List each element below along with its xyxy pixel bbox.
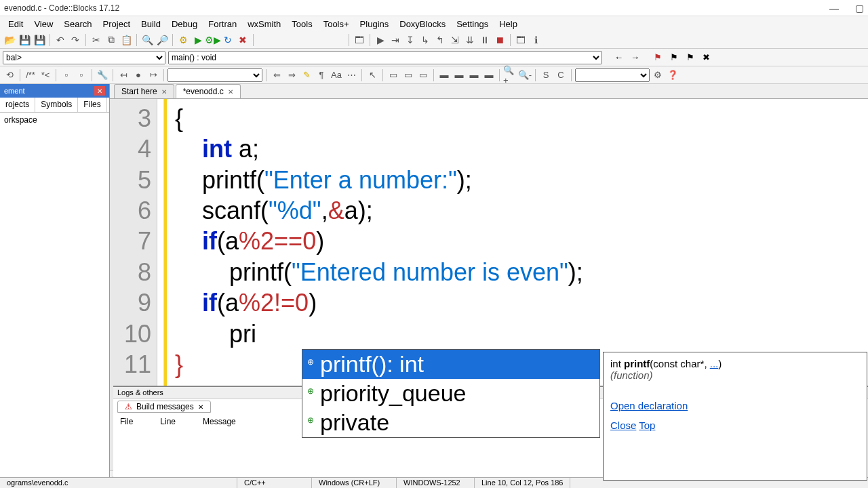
file-tab[interactable]: *evenodd.c✕ bbox=[176, 84, 241, 98]
toggle-source-icon[interactable]: ⟲ bbox=[3, 68, 16, 82]
build-icon[interactable]: ⚙ bbox=[176, 33, 190, 47]
arrow-r-icon[interactable]: ⇒ bbox=[285, 68, 298, 82]
autocomplete-item[interactable]: ⊕priority_queue bbox=[302, 379, 599, 408]
cut-icon[interactable]: ✂ bbox=[90, 33, 103, 47]
varargs-link[interactable]: ... bbox=[710, 358, 719, 369]
run-to-cursor-icon[interactable]: ⇥ bbox=[389, 33, 402, 47]
debug-windows-icon[interactable]: 🗔 bbox=[514, 33, 528, 47]
bookmark-clear-icon[interactable]: ✖ bbox=[703, 52, 716, 62]
break-icon[interactable]: ⏸ bbox=[478, 33, 492, 47]
file-tab[interactable]: Start here✕ bbox=[114, 84, 174, 98]
help-icon[interactable]: ❓ bbox=[666, 68, 679, 82]
minimize-icon[interactable]: — bbox=[829, 3, 839, 14]
tool-icon[interactable]: 🔧 bbox=[96, 68, 109, 82]
autocomplete-popup[interactable]: ⊕printf(): int⊕priority_queue⊕private bbox=[302, 349, 600, 438]
jump-here-icon[interactable]: ● bbox=[132, 68, 145, 82]
close-link[interactable]: Close bbox=[610, 420, 636, 431]
find-icon[interactable]: 🔍 bbox=[140, 33, 154, 47]
select-icon[interactable]: ↖ bbox=[366, 68, 379, 82]
next-instr-icon[interactable]: ⇲ bbox=[448, 33, 462, 47]
info-icon[interactable]: ℹ bbox=[529, 33, 542, 47]
stop-icon[interactable]: ⏹ bbox=[493, 33, 507, 47]
zoom-in-icon[interactable]: 🔍+ bbox=[503, 68, 517, 82]
aa-icon[interactable]: Aa bbox=[330, 68, 343, 82]
jump-back-icon[interactable]: ↤ bbox=[117, 68, 130, 82]
abort-icon[interactable]: ✖ bbox=[236, 33, 250, 47]
target-select[interactable] bbox=[167, 68, 262, 82]
menu-tools+[interactable]: Tools+ bbox=[318, 18, 355, 30]
highlight-icon[interactable]: ✎ bbox=[300, 68, 313, 82]
block6-icon[interactable]: ▬ bbox=[467, 68, 481, 82]
block2-icon[interactable]: ▭ bbox=[401, 68, 415, 82]
menu-build[interactable]: Build bbox=[136, 18, 166, 30]
block5-icon[interactable]: ▬ bbox=[452, 68, 466, 82]
dots-icon[interactable]: ⋯ bbox=[344, 68, 358, 82]
autocomplete-item[interactable]: ⊕private bbox=[302, 408, 599, 437]
panel-close-icon[interactable]: ✕ bbox=[94, 86, 105, 96]
paste-icon[interactable]: 📋 bbox=[119, 33, 133, 47]
build-run-icon[interactable]: ⚙▶ bbox=[206, 33, 220, 47]
block3-icon[interactable]: ▭ bbox=[416, 68, 430, 82]
debug-target-icon[interactable]: 🗔 bbox=[353, 33, 366, 47]
save-icon[interactable]: 💾 bbox=[18, 33, 31, 47]
step-into-icon[interactable]: ↳ bbox=[418, 33, 432, 47]
block1-icon[interactable]: ▭ bbox=[387, 68, 400, 82]
replace-icon[interactable]: 🔎 bbox=[155, 33, 169, 47]
menu-help[interactable]: Help bbox=[494, 18, 523, 30]
maximize-icon[interactable]: ▢ bbox=[855, 3, 864, 14]
workspace-node[interactable]: orkspace bbox=[4, 115, 37, 125]
redo-icon[interactable]: ↷ bbox=[68, 33, 82, 47]
close-icon[interactable]: ✕ bbox=[228, 88, 233, 96]
run-icon[interactable]: ▶ bbox=[191, 33, 205, 47]
top-link[interactable]: Top bbox=[639, 420, 655, 431]
function-select[interactable]: main() : void bbox=[168, 51, 602, 64]
s-icon[interactable]: S bbox=[539, 68, 553, 82]
menu-tools[interactable]: Tools bbox=[286, 18, 317, 30]
debug-run-icon[interactable]: ▶ bbox=[374, 33, 387, 47]
step-instr-icon[interactable]: ⇊ bbox=[463, 33, 477, 47]
menu-view[interactable]: View bbox=[28, 18, 58, 30]
comment2-icon[interactable]: *< bbox=[39, 68, 52, 82]
menu-debug[interactable]: Debug bbox=[166, 18, 203, 30]
zoom-out-icon[interactable]: 🔍- bbox=[518, 68, 532, 82]
arrow-l-icon[interactable]: ⇐ bbox=[270, 68, 283, 82]
menu-edit[interactable]: Edit bbox=[3, 18, 28, 30]
nav-fwd-icon[interactable]: → bbox=[631, 52, 644, 62]
autocomplete-item[interactable]: ⊕printf(): int bbox=[302, 350, 599, 379]
nav-back-icon[interactable]: ← bbox=[614, 52, 628, 62]
scope-select[interactable]: bal> bbox=[3, 51, 165, 64]
menu-wxsmith[interactable]: wxSmith bbox=[242, 18, 286, 30]
menu-doxyblocks[interactable]: DoxyBlocks bbox=[394, 18, 451, 30]
step-out-icon[interactable]: ↰ bbox=[433, 33, 447, 47]
bookmark-next-icon[interactable]: ⚑ bbox=[686, 52, 700, 62]
open-icon[interactable]: 📂 bbox=[3, 33, 16, 47]
sidebar-tab-symbols[interactable]: Symbols bbox=[35, 98, 78, 112]
comment-icon[interactable]: /** bbox=[24, 68, 37, 82]
menu-search[interactable]: Search bbox=[58, 18, 97, 30]
pilcrow-icon[interactable]: ¶ bbox=[315, 68, 328, 82]
close-icon[interactable]: ✕ bbox=[161, 88, 167, 96]
bookmark-flag-icon[interactable]: ⚑ bbox=[654, 52, 667, 62]
tab-build-messages[interactable]: ⚠ Build messages ✕ bbox=[117, 401, 211, 413]
open-declaration-link[interactable]: Open declaration bbox=[610, 400, 688, 411]
menu-settings[interactable]: Settings bbox=[451, 18, 494, 30]
block4-icon[interactable]: ▬ bbox=[437, 68, 451, 82]
copy-icon[interactable]: ⧉ bbox=[104, 33, 118, 47]
bookmark-prev-icon[interactable]: ⚑ bbox=[670, 52, 684, 62]
menu-plugins[interactable]: Plugins bbox=[355, 18, 395, 30]
search-combo[interactable] bbox=[575, 68, 650, 82]
bk1-icon[interactable]: ▫ bbox=[60, 68, 73, 82]
c-icon[interactable]: C bbox=[554, 68, 568, 82]
menu-project[interactable]: Project bbox=[98, 18, 136, 30]
gear-icon[interactable]: ⚙ bbox=[651, 68, 665, 82]
next-line-icon[interactable]: ↧ bbox=[403, 33, 417, 47]
sidebar-tab-rojects[interactable]: rojects bbox=[0, 98, 35, 112]
jump-fwd-icon[interactable]: ↦ bbox=[146, 68, 160, 82]
menu-fortran[interactable]: Fortran bbox=[203, 18, 242, 30]
sidebar-tab-files[interactable]: Files bbox=[78, 98, 106, 112]
undo-icon[interactable]: ↶ bbox=[54, 33, 67, 47]
save-all-icon[interactable]: 💾 bbox=[33, 33, 46, 47]
bk2-icon[interactable]: ▫ bbox=[75, 68, 88, 82]
rebuild-icon[interactable]: ↻ bbox=[221, 33, 235, 47]
close-icon[interactable]: ✕ bbox=[198, 403, 203, 411]
